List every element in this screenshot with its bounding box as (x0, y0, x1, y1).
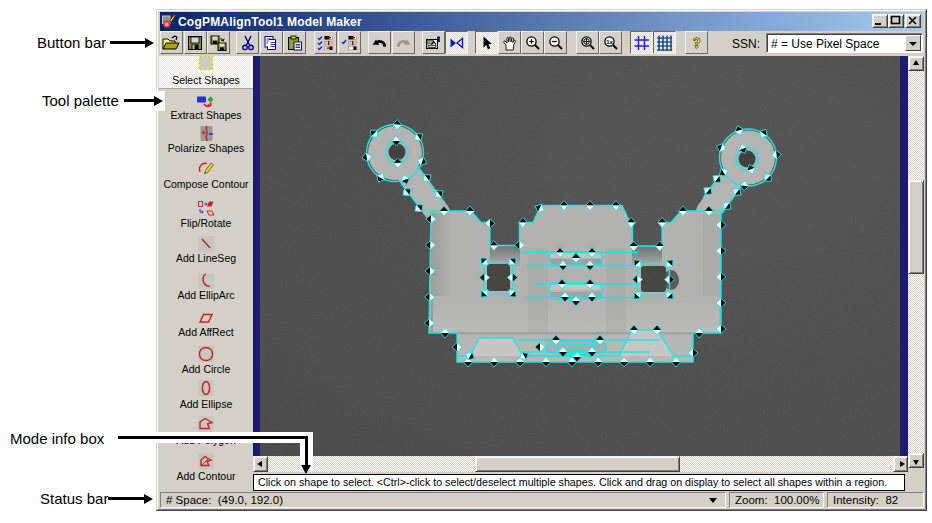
svg-text:?: ? (693, 35, 701, 51)
svg-text:1x: 1x (606, 38, 613, 44)
